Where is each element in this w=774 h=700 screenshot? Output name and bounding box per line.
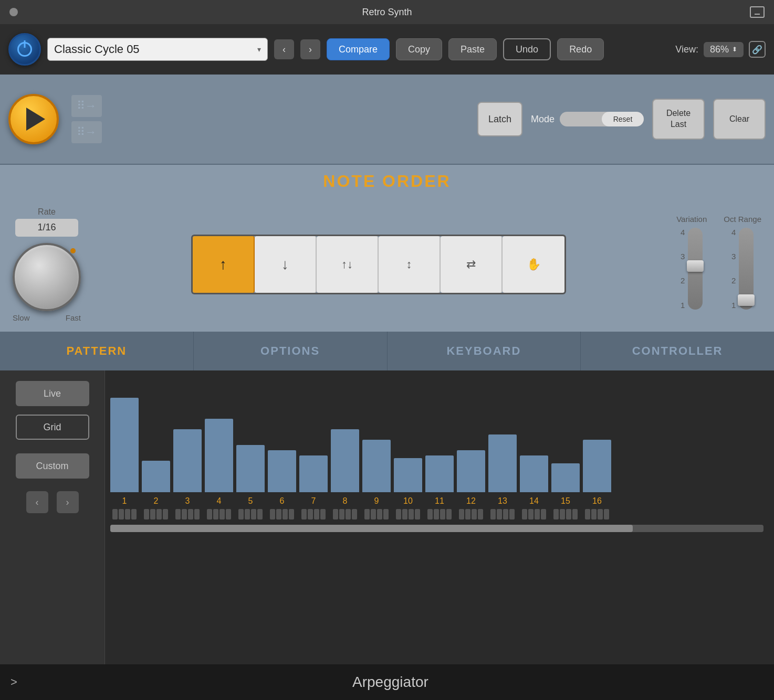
custom-button[interactable]: Custom bbox=[16, 453, 89, 479]
play-icon bbox=[26, 108, 45, 131]
bar-label-5: 5 bbox=[236, 496, 265, 506]
clear-button[interactable]: Clear bbox=[713, 99, 766, 140]
bars-container bbox=[110, 379, 763, 494]
bar-4[interactable] bbox=[205, 419, 233, 492]
preset-bar: Classic Cycle 05 ▾ ‹ › Compare Copy Past… bbox=[0, 24, 774, 75]
bar-label-4: 4 bbox=[205, 496, 233, 506]
tab-options[interactable]: OPTIONS bbox=[194, 332, 388, 370]
variation-label: Variation bbox=[676, 215, 707, 224]
mode-label: Mode bbox=[531, 114, 555, 125]
arp-icon-2[interactable]: ⠿→ bbox=[71, 121, 102, 143]
arp-mode-icons: ⠿→ ⠿→ bbox=[71, 95, 102, 143]
note-btn-updown[interactable]: ↑↓ bbox=[317, 236, 379, 293]
rate-value[interactable]: 1/16 bbox=[15, 219, 78, 237]
oct-range-slider-thumb[interactable] bbox=[738, 294, 755, 306]
pattern-next-button[interactable]: › bbox=[57, 491, 79, 513]
oct-range-slider-group: Oct Range 1 2 3 4 bbox=[724, 215, 761, 310]
variation-slider-thumb[interactable] bbox=[687, 260, 704, 272]
bar-16[interactable] bbox=[583, 440, 611, 492]
undo-button[interactable]: Undo bbox=[503, 38, 551, 60]
tab-keyboard[interactable]: KEYBOARD bbox=[388, 332, 581, 370]
chevron-updown-icon: ⬍ bbox=[732, 46, 737, 53]
latch-button[interactable]: Latch bbox=[477, 102, 522, 136]
bar-7[interactable] bbox=[299, 455, 328, 492]
scrollbar[interactable] bbox=[110, 525, 763, 532]
footer: > Arpeggiator bbox=[0, 664, 774, 700]
mode-group: Mode Reset bbox=[531, 112, 644, 126]
note-btn-random[interactable]: ⇄ bbox=[441, 236, 503, 293]
view-label: View: bbox=[675, 44, 698, 55]
arp-pattern-icon-1: ⠿→ bbox=[77, 99, 97, 113]
footer-arrow[interactable]: > bbox=[11, 675, 17, 689]
note-btn-up[interactable]: ↑ bbox=[193, 236, 255, 293]
rate-knob[interactable] bbox=[13, 243, 81, 311]
rate-knob-area: Rate 1/16 Slow Fast bbox=[13, 207, 81, 322]
bar-13[interactable] bbox=[488, 434, 517, 492]
bar-3[interactable] bbox=[173, 429, 202, 492]
bar-label-1: 1 bbox=[110, 496, 139, 506]
note-btn-down[interactable]: ↓ bbox=[255, 236, 317, 293]
preset-dropdown[interactable]: Classic Cycle 05 ▾ bbox=[47, 38, 268, 61]
window-icon[interactable] bbox=[750, 6, 765, 18]
bar-10[interactable] bbox=[394, 458, 422, 492]
bar-11[interactable] bbox=[425, 455, 454, 492]
tab-pattern[interactable]: PATTERN bbox=[0, 332, 194, 370]
live-button[interactable]: Live bbox=[16, 381, 89, 406]
variation-track-area: 1 2 3 4 bbox=[681, 228, 703, 310]
chevron-down-icon: ▾ bbox=[257, 45, 261, 54]
bar-sub-6 bbox=[268, 509, 296, 519]
compare-button[interactable]: Compare bbox=[327, 38, 390, 60]
bar-sub-2 bbox=[142, 509, 170, 519]
arp-icon-1[interactable]: ⠿→ bbox=[71, 95, 102, 117]
bar-numbers-row: 12345678910111213141516 bbox=[110, 496, 763, 506]
nav-next-button[interactable]: › bbox=[300, 39, 320, 59]
bar-12[interactable] bbox=[457, 450, 485, 492]
app-title: Retro Synth bbox=[362, 7, 412, 18]
bar-sub-14 bbox=[520, 509, 548, 519]
knob-dot bbox=[70, 248, 76, 253]
mode-value: Reset bbox=[613, 115, 633, 123]
bar-2[interactable] bbox=[142, 461, 170, 492]
view-percent-control[interactable]: 86% ⬍ bbox=[704, 42, 744, 57]
oct-range-slider[interactable] bbox=[739, 228, 754, 310]
variation-slider-group: Variation 1 2 3 4 bbox=[676, 215, 707, 310]
bar-sub-13 bbox=[488, 509, 517, 519]
paste-button[interactable]: Paste bbox=[448, 38, 497, 60]
link-icon[interactable]: 🔗 bbox=[749, 41, 766, 58]
delete-last-button[interactable]: DeleteLast bbox=[652, 99, 705, 140]
redo-button[interactable]: Redo bbox=[557, 38, 604, 60]
nav-prev-button[interactable]: ‹ bbox=[274, 39, 294, 59]
bar-label-15: 15 bbox=[551, 496, 580, 506]
power-button[interactable] bbox=[8, 33, 41, 66]
oct-range-nums: 1 2 3 4 bbox=[731, 228, 736, 310]
pattern-prev-button[interactable]: ‹ bbox=[26, 491, 48, 513]
title-bar: Retro Synth bbox=[0, 0, 774, 24]
variation-slider[interactable] bbox=[688, 228, 703, 310]
bar-sub-10 bbox=[394, 509, 422, 519]
window-close-dot[interactable] bbox=[9, 8, 18, 16]
tab-controller[interactable]: CONTROLLER bbox=[581, 332, 774, 370]
note-btn-hold[interactable]: ✋ bbox=[503, 236, 564, 293]
tab-controller-label: CONTROLLER bbox=[632, 344, 723, 358]
bar-1[interactable] bbox=[110, 398, 139, 492]
rate-section: Rate 1/16 Slow Fast ↑ ↓ ↑↓ ↕ ⇄ ✋ bbox=[0, 197, 774, 332]
view-section: View: 86% ⬍ 🔗 bbox=[675, 41, 766, 58]
footer-title: Arpeggiator bbox=[17, 674, 763, 691]
play-button[interactable] bbox=[8, 94, 59, 144]
bar-sub-3 bbox=[173, 509, 202, 519]
arp-right-buttons: Latch Mode Reset DeleteLast Clear bbox=[477, 99, 766, 140]
copy-button[interactable]: Copy bbox=[396, 38, 442, 60]
bar-sub-8 bbox=[331, 509, 359, 519]
bar-14[interactable] bbox=[520, 455, 548, 492]
bar-9[interactable] bbox=[362, 440, 391, 492]
bar-15[interactable] bbox=[551, 463, 580, 492]
mode-slider[interactable]: Reset bbox=[560, 112, 644, 126]
bar-6[interactable] bbox=[268, 450, 296, 492]
right-sliders: Variation 1 2 3 4 Oct Range bbox=[676, 215, 761, 315]
grid-button[interactable]: Grid bbox=[16, 415, 89, 440]
note-btn-converge[interactable]: ↕ bbox=[379, 236, 441, 293]
bar-5[interactable] bbox=[236, 445, 265, 492]
bar-8[interactable] bbox=[331, 429, 359, 492]
bar-label-2: 2 bbox=[142, 496, 170, 506]
power-icon bbox=[17, 42, 32, 57]
